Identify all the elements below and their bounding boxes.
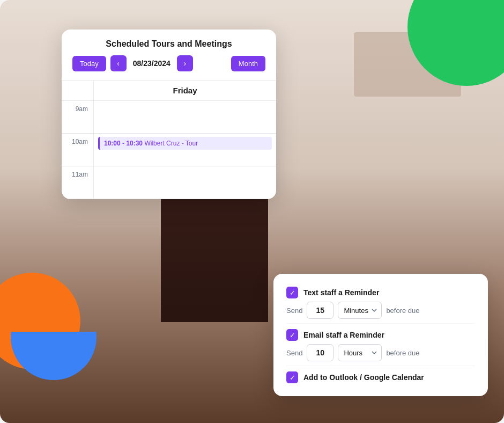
text-reminder-inline: Send Minutes Hours Days before due <box>286 302 475 319</box>
email-reminder-amount[interactable] <box>307 344 333 361</box>
calendar-toolbar: Today ‹ 08/23/2024 › Month <box>62 55 276 80</box>
time-label-9am: 9am <box>62 101 94 133</box>
event-name: Wilbert Cruz - Tour <box>144 140 198 147</box>
calendar-add-label: Add to Outlook / Google Calendar <box>303 373 475 382</box>
today-button[interactable]: Today <box>72 56 106 71</box>
cal-day-header: Friday <box>94 81 276 100</box>
calendar-event[interactable]: 10:00 - 10:30 Wilbert Cruz - Tour <box>98 137 272 150</box>
email-reminder-checkbox[interactable]: ✓ <box>286 329 298 341</box>
text-reminder-label: Text staff a Reminder <box>303 288 475 297</box>
email-reminder-inline: Send Minutes Hours Days before due <box>286 344 475 361</box>
month-button[interactable]: Month <box>231 56 265 71</box>
time-slot-10am[interactable]: 10:00 - 10:30 Wilbert Cruz - Tour <box>94 134 276 166</box>
next-button[interactable]: › <box>177 55 193 71</box>
time-row-11am: 11am <box>62 166 276 199</box>
text-reminder-title-row: ✓ Text staff a Reminder <box>286 287 475 298</box>
calendar-title: Scheduled Tours and Meetings <box>62 30 276 55</box>
reminder-card: ✓ Text staff a Reminder Send Minutes Hou… <box>273 274 488 396</box>
text-send-label: Send <box>286 307 302 315</box>
text-reminder-checkbox[interactable]: ✓ <box>286 287 298 298</box>
email-before-due: before due <box>386 349 419 357</box>
time-label-10am: 10am <box>62 134 94 166</box>
time-label-11am: 11am <box>62 166 94 199</box>
text-reminder-unit[interactable]: Minutes Hours Days <box>338 302 382 319</box>
time-slot-11am[interactable] <box>94 166 276 199</box>
email-reminder-unit[interactable]: Minutes Hours Days <box>338 344 382 361</box>
time-row-10am: 10am 10:00 - 10:30 Wilbert Cruz - Tour <box>62 134 276 166</box>
cal-header-empty <box>62 81 94 100</box>
text-before-due: before due <box>386 307 419 315</box>
date-display: 08/23/2024 <box>131 59 173 68</box>
email-reminder-title-row: ✓ Email staff a Reminder <box>286 329 475 341</box>
calendar-add-section: ✓ Add to Outlook / Google Calendar <box>286 366 475 385</box>
event-time: 10:00 - 10:30 <box>104 140 144 147</box>
calendar-header-row: Friday <box>62 81 276 101</box>
email-reminder-section: ✓ Email staff a Reminder Send Minutes Ho… <box>286 323 475 363</box>
time-row-9am: 9am <box>62 101 276 134</box>
email-reminder-label: Email staff a Reminder <box>303 331 475 339</box>
time-slot-9am[interactable] <box>94 101 276 133</box>
text-reminder-amount[interactable] <box>307 302 333 319</box>
calendar-add-title-row: ✓ Add to Outlook / Google Calendar <box>286 371 475 383</box>
calendar-grid: Friday 9am 10am 10:00 - 10:30 Wilbert Cr… <box>62 80 276 199</box>
email-send-label: Send <box>286 349 302 357</box>
calendar-card: Scheduled Tours and Meetings Today ‹ 08/… <box>62 30 276 199</box>
prev-button[interactable]: ‹ <box>110 55 127 71</box>
calendar-add-checkbox[interactable]: ✓ <box>286 371 298 383</box>
text-reminder-section: ✓ Text staff a Reminder Send Minutes Hou… <box>286 285 475 321</box>
